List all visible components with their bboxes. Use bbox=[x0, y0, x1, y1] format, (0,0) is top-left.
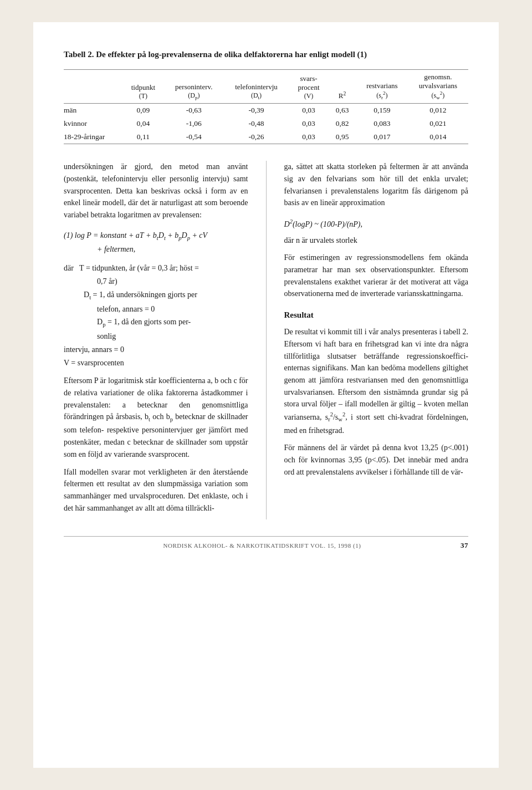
formula-d2: D2(logP) ~ (100-P)/(nP), bbox=[284, 217, 469, 231]
col-right-para4: För männens del är värdet på denna kvot … bbox=[284, 442, 469, 478]
col-right-para2: För estimeringen av regressionsmodellens… bbox=[284, 252, 469, 300]
dar-line-7: intervju, annars = 0 bbox=[64, 343, 248, 356]
row-label-man: män bbox=[64, 104, 122, 118]
cell-aringar-sw2: 0,014 bbox=[408, 130, 468, 144]
near-approximation-formula: D2(logP) ~ (100-P)/(nP), där n är urvale… bbox=[284, 217, 469, 247]
col-tidpunkt-header: tidpunkt (T) bbox=[122, 70, 164, 104]
cell-aringar-v: 0,03 bbox=[289, 130, 328, 144]
two-col-layout: undersökningen är gjord, den metod man a… bbox=[64, 161, 468, 519]
cell-man-r2: 0,63 bbox=[328, 104, 356, 118]
cell-aringar-dp: -0,54 bbox=[164, 130, 223, 144]
col-urvalsvarians-header: genomsn.urvalsvarians (sw2) bbox=[408, 70, 468, 104]
table-row: 18-29-åringar 0,11 -0,54 -0,26 0,03 0,95… bbox=[64, 130, 468, 144]
cell-man-v: 0,03 bbox=[289, 104, 328, 118]
table-row: män 0,09 -0,63 -0,39 0,03 0,63 0,159 0,0… bbox=[64, 104, 468, 118]
footer-journal: NORDISK ALKOHOL- & NARKOTIKATIDSKRIFT VO… bbox=[64, 542, 461, 549]
column-divider bbox=[266, 161, 267, 519]
page-container: Tabell 2. De effekter på log-prevalenser… bbox=[33, 22, 499, 768]
row-label-kvinnor: kvinnor bbox=[64, 117, 122, 130]
formula-text: (1) log P = konstant + aT + btDt + bpDp … bbox=[64, 231, 207, 239]
cell-aringar-dt: -0,26 bbox=[223, 130, 289, 144]
col-empty-header bbox=[64, 70, 122, 104]
cell-man-dp: -0,63 bbox=[164, 104, 223, 118]
table-section: Tabell 2. De effekter på log-prevalenser… bbox=[64, 50, 468, 144]
col-right: ga, sättet att skatta storleken på felte… bbox=[284, 161, 469, 519]
resultat-heading: Resultat bbox=[284, 309, 469, 322]
table-row: kvinnor 0,04 -1,06 -0,48 0,03 0,82 0,083… bbox=[64, 117, 468, 130]
col-personinterv-header: personinterv. (Dp) bbox=[164, 70, 223, 104]
cell-man-dt: -0,39 bbox=[223, 104, 289, 118]
cell-man-sw2: 0,012 bbox=[408, 104, 468, 118]
data-table: tidpunkt (T) personinterv. (Dp) telefoni… bbox=[64, 69, 468, 144]
cell-kvinnor-sr2: 0,083 bbox=[356, 117, 408, 130]
row-label-aringar: 18-29-åringar bbox=[64, 130, 122, 144]
table-header-row: tidpunkt (T) personinterv. (Dp) telefoni… bbox=[64, 70, 468, 104]
col-restvarians-header: restvarians (sr2) bbox=[356, 70, 408, 104]
table-title: Tabell 2. De effekter på log-prevalenser… bbox=[64, 50, 468, 59]
formula-where-n: där n är urvalets storlek bbox=[284, 233, 469, 247]
dar-line-3: Dt = 1, då undersökningen gjorts per bbox=[84, 288, 248, 303]
cell-kvinnor-dp: -1,06 bbox=[164, 117, 223, 130]
col-left-para2: Eftersom P är logaritmisk står koefficie… bbox=[64, 375, 248, 460]
cell-aringar-sr2: 0,017 bbox=[356, 130, 408, 144]
dar-line-2: 0,7 år) bbox=[97, 275, 248, 288]
page-footer: NORDISK ALKOHOL- & NARKOTIKATIDSKRIFT VO… bbox=[64, 536, 468, 550]
cell-aringar-t: 0,11 bbox=[122, 130, 164, 144]
col-r2-header: R2 bbox=[328, 70, 356, 104]
dar-line-8: V = svarsprocenten bbox=[64, 356, 248, 370]
dar-block: där T = tidpunkten, år (vår = 0,3 år; hö… bbox=[64, 262, 248, 369]
cell-kvinnor-sw2: 0,021 bbox=[408, 117, 468, 130]
cell-kvinnor-t: 0,04 bbox=[122, 117, 164, 130]
formula-block: (1) log P = konstant + aT + btDt + bpDp … bbox=[64, 229, 248, 256]
col-left-para1: undersökningen är gjord, den metod man a… bbox=[64, 161, 248, 221]
col-right-para3: De resultat vi kommit till i vår analys … bbox=[284, 326, 469, 436]
col-left: undersökningen är gjord, den metod man a… bbox=[64, 161, 248, 519]
col-telefonintervju-header: telefonintervju (Dt) bbox=[223, 70, 289, 104]
cell-kvinnor-dt: -0,48 bbox=[223, 117, 289, 130]
dar-line-6: sonlig bbox=[97, 330, 248, 343]
col-left-para3: Ifall modellen svarar mot verkligheten ä… bbox=[64, 466, 248, 514]
formula-continuation: + feltermen, bbox=[97, 245, 135, 253]
cell-aringar-r2: 0,95 bbox=[328, 130, 356, 144]
footer-page: 37 bbox=[461, 541, 468, 550]
cell-kvinnor-v: 0,03 bbox=[289, 117, 328, 130]
dar-line-5: Dp = 1, då den gjorts som per- bbox=[97, 315, 248, 330]
cell-man-sr2: 0,159 bbox=[356, 104, 408, 118]
cell-kvinnor-r2: 0,82 bbox=[328, 117, 356, 130]
dar-line-1: där T = tidpunkten, år (vår = 0,3 år; hö… bbox=[64, 262, 248, 275]
dar-line-4: telefon, annars = 0 bbox=[97, 303, 248, 316]
col-right-para1: ga, sättet att skatta storleken på felte… bbox=[284, 161, 469, 209]
col-svarsprocent-header: svars-procent (V) bbox=[289, 70, 328, 104]
cell-man-t: 0,09 bbox=[122, 104, 164, 118]
